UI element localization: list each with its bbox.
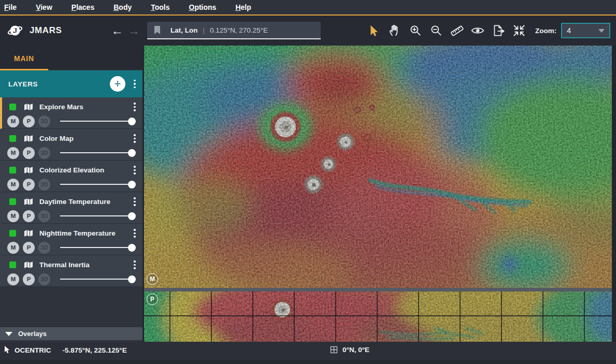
- layer-main-toggle[interactable]: M: [7, 210, 19, 222]
- slider-thumb[interactable]: [128, 275, 136, 283]
- map-layer-icon: [24, 135, 33, 142]
- projection-label: OCENTRIC: [15, 346, 51, 354]
- sidebar: MAIN LAYERS + Explore Mars M: [0, 46, 142, 342]
- recenter-collapse-button[interactable]: [510, 22, 528, 39]
- zoom-out-button[interactable]: [427, 22, 445, 39]
- layer-row-color-map[interactable]: Color Map M P 3D: [0, 129, 142, 161]
- layer-panner-toggle[interactable]: P: [23, 147, 35, 159]
- layer-row-daytime-temperature[interactable]: Daytime Temperature M P 3D: [0, 192, 142, 224]
- layer-main-toggle[interactable]: M: [7, 147, 19, 159]
- layer-name: Color Map: [39, 135, 132, 142]
- layer-main-toggle[interactable]: M: [7, 273, 19, 285]
- layer-3d-toggle[interactable]: 3D: [38, 210, 50, 222]
- layer-visibility-checkbox[interactable]: [9, 167, 16, 173]
- pan-hand-button[interactable]: [386, 22, 404, 39]
- panner-map[interactable]: [144, 292, 612, 342]
- layer-row-thermal-inertia[interactable]: Thermal Inertia M P 3D: [0, 255, 142, 287]
- menu-body[interactable]: Body: [113, 3, 132, 11]
- layer-panner-toggle[interactable]: P: [23, 242, 35, 254]
- jmars-logo-icon: J: [7, 22, 23, 39]
- layer-visibility-checkbox[interactable]: [9, 261, 16, 268]
- slider-thumb[interactable]: [128, 244, 136, 252]
- layer-row-explore-mars[interactable]: Explore Mars M P 3D: [0, 97, 142, 129]
- add-layer-button[interactable]: +: [110, 76, 125, 92]
- toolbar: [365, 22, 528, 39]
- bookmark-icon[interactable]: [153, 25, 161, 35]
- map-area: M: [142, 46, 616, 342]
- map-panner-divider: [144, 288, 612, 292]
- layer-panner-toggle[interactable]: P: [23, 210, 35, 222]
- investigate-eye-button[interactable]: [469, 22, 486, 39]
- layer-menu-kebab-icon[interactable]: [132, 133, 137, 144]
- slider-thumb[interactable]: [128, 118, 136, 125]
- menu-view[interactable]: View: [36, 3, 52, 11]
- layers-title: LAYERS: [8, 80, 110, 88]
- main-map-view[interactable]: M: [144, 46, 612, 288]
- overlays-section-toggle[interactable]: Overlays: [0, 327, 142, 340]
- slider-thumb[interactable]: [128, 149, 136, 157]
- export-document-button[interactable]: [490, 22, 507, 39]
- map-layer-icon: [24, 103, 33, 111]
- layer-opacity-slider[interactable]: [60, 275, 136, 283]
- menu-bar: File View Places Body Tools Options Help: [0, 0, 616, 16]
- menu-options[interactable]: Options: [189, 3, 217, 11]
- layer-opacity-slider[interactable]: [60, 244, 136, 252]
- layers-menu-kebab-icon[interactable]: [132, 79, 137, 90]
- bottom-strip: [0, 360, 616, 364]
- layer-name: Nighttime Temperature: [39, 229, 132, 237]
- layer-main-toggle[interactable]: M: [7, 179, 19, 191]
- layer-3d-toggle[interactable]: 3D: [38, 179, 50, 191]
- layer-3d-toggle[interactable]: 3D: [38, 242, 50, 254]
- layer-3d-toggle[interactable]: 3D: [38, 273, 50, 285]
- layer-opacity-slider[interactable]: [60, 118, 136, 125]
- menu-file[interactable]: File: [4, 3, 17, 11]
- layer-main-toggle[interactable]: M: [7, 115, 19, 127]
- layer-panner-toggle[interactable]: P: [23, 273, 35, 285]
- lat-lon-field[interactable]: Lat, Lon | 0.125°N, 270.25°E: [147, 22, 321, 39]
- layer-visibility-checkbox[interactable]: [9, 104, 16, 110]
- layer-visibility-checkbox[interactable]: [9, 230, 16, 237]
- zoom-in-button[interactable]: [407, 22, 424, 39]
- layer-visibility-checkbox[interactable]: [9, 198, 16, 205]
- layer-main-toggle[interactable]: M: [7, 242, 19, 254]
- cursor-coordinates: -5.875°N, 225.125°E: [63, 346, 127, 354]
- back-arrow-button[interactable]: ←: [109, 25, 125, 37]
- map-layer-icon: [24, 261, 33, 269]
- layer-name: Thermal Inertia: [39, 261, 132, 269]
- menu-tools[interactable]: Tools: [151, 3, 169, 11]
- chevron-down-icon: [598, 29, 605, 33]
- layer-opacity-slider[interactable]: [60, 212, 136, 220]
- layer-row-nighttime-temperature[interactable]: Nighttime Temperature M P 3D: [0, 224, 142, 255]
- layer-menu-kebab-icon[interactable]: [132, 196, 137, 207]
- forward-arrow-button[interactable]: →: [125, 25, 142, 37]
- layer-visibility-checkbox[interactable]: [9, 135, 16, 142]
- measure-ruler-button[interactable]: [448, 22, 466, 39]
- pointer-select-button[interactable]: [365, 22, 383, 39]
- layer-menu-kebab-icon[interactable]: [132, 101, 137, 112]
- mars-elevation-map[interactable]: [144, 46, 612, 288]
- layer-opacity-slider[interactable]: [60, 181, 136, 188]
- slider-thumb[interactable]: [128, 181, 136, 188]
- layer-menu-kebab-icon[interactable]: [132, 259, 137, 270]
- layer-panner-toggle[interactable]: P: [23, 115, 35, 127]
- slider-thumb[interactable]: [128, 212, 136, 220]
- zoom-label: Zoom:: [535, 27, 556, 35]
- layer-3d-toggle[interactable]: 3D: [38, 147, 50, 159]
- panner-view-badge: P: [147, 294, 158, 305]
- zoom-select[interactable]: 4: [561, 23, 610, 38]
- jmars-window: File View Places Body Tools Options Help…: [0, 0, 616, 364]
- layer-menu-kebab-icon[interactable]: [132, 165, 137, 176]
- tab-strip: MAIN: [0, 46, 142, 70]
- menu-help[interactable]: Help: [235, 3, 251, 11]
- panner-view[interactable]: P: [144, 292, 612, 342]
- layer-menu-kebab-icon[interactable]: [132, 228, 137, 239]
- layer-name: Explore Mars: [39, 103, 132, 111]
- layer-opacity-slider[interactable]: [60, 149, 136, 157]
- layer-panner-toggle[interactable]: P: [23, 179, 35, 191]
- menu-places[interactable]: Places: [71, 3, 94, 11]
- layer-name: Daytime Temperature: [39, 198, 132, 206]
- tab-main[interactable]: MAIN: [0, 46, 48, 70]
- layer-3d-toggle[interactable]: 3D: [38, 115, 50, 127]
- layer-row-colorized-elevation[interactable]: Colorized Elevation M P 3D: [0, 161, 142, 192]
- collapse-triangle-icon: [5, 332, 12, 336]
